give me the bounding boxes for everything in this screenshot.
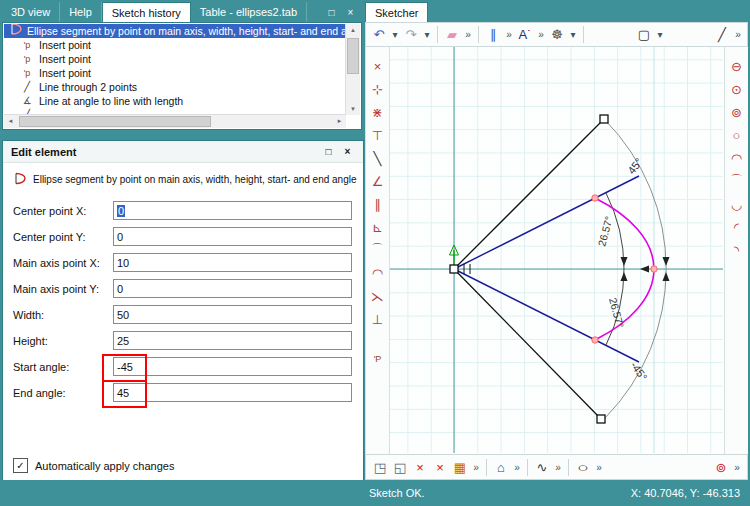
- point-on-element-tool[interactable]: ⊹: [369, 80, 387, 98]
- polygon-overflow-chevron[interactable]: »: [512, 458, 522, 476]
- scroll-right-button[interactable]: ►: [333, 115, 346, 126]
- eraser-overflow-chevron[interactable]: »: [463, 26, 473, 44]
- delete-element-button[interactable]: ×: [411, 458, 429, 476]
- line-at-angle-tool[interactable]: ∠: [369, 172, 387, 190]
- arc-endpoint-lower[interactable]: [592, 337, 598, 343]
- bisector-tool[interactable]: ⋋: [369, 287, 387, 305]
- perpendicular-line-tool[interactable]: ⊾: [369, 218, 387, 236]
- main-axis-point[interactable]: [651, 266, 657, 272]
- input-value: -45: [117, 361, 133, 373]
- tab-table-ellipses2[interactable]: Table - ellipses2.tab: [191, 2, 307, 22]
- field-label: Center point X:: [13, 205, 113, 217]
- shape-mode-button[interactable]: ▢: [635, 26, 653, 44]
- tab-3d-view[interactable]: 3D view: [2, 2, 60, 22]
- list-item-ellipse-segment[interactable]: Ellipse segment by point on main axis, w…: [4, 24, 346, 38]
- vertical-scrollbar[interactable]: ▲ ▼: [345, 24, 360, 115]
- redo-dropdown-chevron[interactable]: ▾: [422, 26, 432, 44]
- list-item-line-2-points[interactable]: ╱ Line through 2 points: [4, 80, 346, 94]
- auto-apply-checkbox[interactable]: ✓: [13, 458, 28, 473]
- undo-button[interactable]: ↶: [370, 26, 388, 44]
- midpoint-tool[interactable]: ⋇: [369, 103, 387, 121]
- ellipse-arc-tool[interactable]: ◝: [728, 241, 746, 259]
- tangent-line-tool[interactable]: ⌒: [369, 241, 387, 259]
- circle-center-point-tool[interactable]: ⊙: [728, 80, 746, 98]
- scroll-left-button[interactable]: ◄: [4, 115, 17, 126]
- list-item-label: Insert point: [39, 53, 91, 65]
- eraser-button[interactable]: ▰: [443, 26, 461, 44]
- hatch-grid-button[interactable]: ▦: [451, 458, 469, 476]
- end-angle-handle[interactable]: [600, 115, 608, 123]
- main-axis-point-y-input[interactable]: 0: [113, 279, 352, 298]
- sketch-canvas-container: 45° 26.57° 26.57° -45°: [390, 47, 724, 454]
- main-axis-point-x-input[interactable]: 10: [113, 253, 352, 272]
- insert-point-tool[interactable]: 'P: [369, 350, 387, 368]
- tab-sketcher[interactable]: Sketcher: [365, 2, 428, 22]
- tab-sketch-history[interactable]: Sketch history: [102, 2, 191, 22]
- circle-2-points-tool[interactable]: ⊚: [728, 103, 746, 121]
- arc-tangent-tool[interactable]: ◡: [728, 195, 746, 213]
- line-style-overflow-chevron[interactable]: »: [733, 26, 743, 44]
- list-item-insert-point[interactable]: 'p Insert point: [4, 52, 346, 66]
- gear-dropdown-chevron[interactable]: ▾: [568, 26, 578, 44]
- polygon-tool-button[interactable]: ⌂: [492, 458, 510, 476]
- close-panel-button[interactable]: ×: [343, 5, 358, 19]
- arc-center-tool[interactable]: ◠: [728, 149, 746, 167]
- list-item-label: Insert point: [39, 67, 91, 79]
- circle-center-radius-tool[interactable]: ⊖: [728, 57, 746, 75]
- trim-element-button[interactable]: ×: [431, 458, 449, 476]
- start-angle-input[interactable]: -45: [113, 357, 352, 376]
- ellipse-tool-button[interactable]: ○: [570, 458, 597, 476]
- start-angle-handle[interactable]: [597, 415, 605, 423]
- center-point-x-input[interactable]: 0: [113, 201, 352, 220]
- edit-overflow-chevron[interactable]: »: [471, 458, 481, 476]
- select-elements-button[interactable]: ◱: [391, 458, 409, 476]
- scroll-down-button[interactable]: ▼: [346, 103, 360, 115]
- sketch-canvas[interactable]: 45° 26.57° 26.57° -45°: [390, 47, 723, 453]
- center-point-y-input[interactable]: 0: [113, 227, 352, 246]
- perpendicular-point-tool[interactable]: ⊥: [369, 310, 387, 328]
- text-button[interactable]: A˙: [516, 26, 534, 44]
- horizontal-scroll-thumb[interactable]: [19, 116, 211, 127]
- height-input[interactable]: 25: [113, 331, 352, 350]
- select-region-button[interactable]: ◳: [371, 458, 389, 476]
- parallel-line-tool[interactable]: ∥: [369, 195, 387, 213]
- center-point-handle[interactable]: [450, 265, 458, 273]
- list-item-line-at-angle[interactable]: ∡ Line at angle to line with length: [4, 94, 346, 108]
- circle-3-points-tool[interactable]: ○: [728, 126, 746, 144]
- end-angle-input[interactable]: 45: [113, 383, 352, 402]
- arc-start-end-tool[interactable]: ◜: [728, 218, 746, 236]
- field-label: Start angle:: [13, 361, 113, 373]
- redo-button[interactable]: ↷: [402, 26, 420, 44]
- list-item-insert-point[interactable]: 'p Insert point: [4, 66, 346, 80]
- scroll-up-button[interactable]: ▲: [346, 24, 360, 36]
- vertical-scroll-thumb[interactable]: [347, 38, 359, 74]
- spline-overflow-chevron[interactable]: »: [553, 458, 563, 476]
- intersection-point-tool[interactable]: ⊤: [369, 126, 387, 144]
- undo-dropdown-chevron[interactable]: ▾: [390, 26, 400, 44]
- field-label: Main axis point X:: [13, 257, 113, 269]
- shape-mode-dropdown-chevron[interactable]: ▾: [655, 26, 665, 44]
- tab-help[interactable]: Help: [60, 2, 102, 22]
- arc-3-points-tool[interactable]: ⌒: [728, 172, 746, 190]
- snap-point-tool[interactable]: ×: [369, 57, 387, 75]
- float-panel-button[interactable]: □: [321, 145, 336, 159]
- close-panel-button[interactable]: ×: [340, 145, 355, 159]
- width-input[interactable]: 50: [113, 305, 352, 324]
- sketcher-top-toolbar: ↶▾↷▾▰»∥»A˙»☸▾▢▾╱»: [365, 22, 748, 47]
- settings-gear-button[interactable]: ☸: [548, 26, 566, 44]
- float-panel-button[interactable]: □: [324, 5, 339, 19]
- arc-endpoint-upper[interactable]: [592, 195, 598, 201]
- checkmark-icon: ✓: [16, 461, 24, 471]
- dimension-lines-button[interactable]: ∥: [484, 26, 502, 44]
- dimension-overflow-chevron[interactable]: »: [504, 26, 514, 44]
- horizontal-scrollbar[interactable]: ◄ ►: [4, 114, 346, 128]
- text-overflow-chevron[interactable]: »: [536, 26, 546, 44]
- spline-tool-button[interactable]: ∿: [533, 458, 551, 476]
- insert-point-icon: 'p: [19, 66, 35, 80]
- tangent-2-circles-tool[interactable]: ◠: [369, 264, 387, 282]
- list-item-insert-point[interactable]: 'p Insert point: [4, 38, 346, 52]
- line-2-points-tool[interactable]: ╲: [369, 149, 387, 167]
- circle-tool-button[interactable]: ⊚: [712, 458, 730, 476]
- circle-overflow-chevron[interactable]: »: [732, 458, 742, 476]
- line-style-button[interactable]: ╱: [713, 26, 731, 44]
